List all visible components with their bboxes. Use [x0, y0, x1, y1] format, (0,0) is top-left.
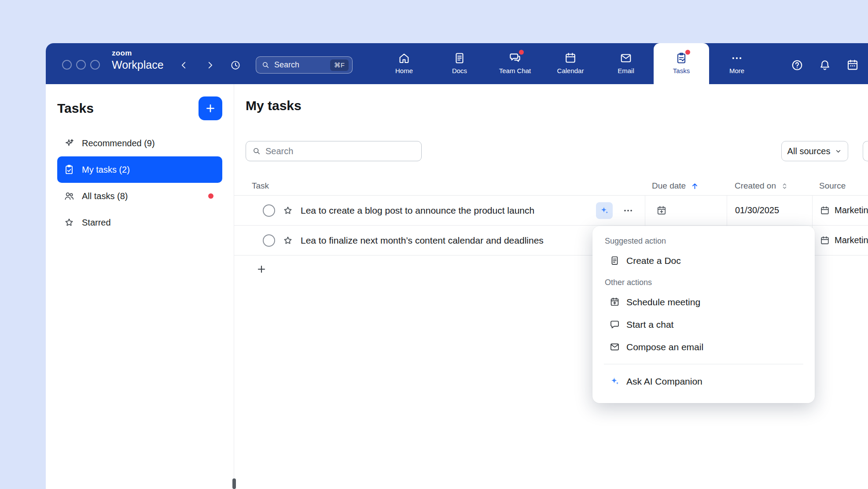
sidebar-scrollbar-thumb[interactable] [232, 478, 236, 489]
popup-section-label: Suggested action [605, 237, 803, 246]
chevron-left-icon [179, 60, 189, 70]
calendar-date-icon [846, 59, 859, 72]
popup-divider [604, 364, 803, 364]
calendar-plus-icon [609, 296, 620, 307]
due-date-cell[interactable] [645, 196, 727, 225]
sources-filter-dropdown[interactable]: All sources [781, 141, 848, 161]
task-title: Lea to create a blog post to announce th… [301, 205, 534, 216]
menu-item-compose-an-email[interactable]: Compose an email [604, 336, 803, 358]
sidebar-item-all-tasks[interactable]: All tasks (8) [57, 183, 222, 209]
menu-item-ask-ai-companion[interactable]: Ask AI Companion [604, 370, 803, 393]
star-task-button[interactable] [282, 205, 294, 216]
team-chat-icon [508, 52, 522, 65]
sparkles-icon [63, 137, 75, 149]
logo-workplace-text: Workplace [112, 59, 164, 71]
sidebar-menu: Recommended (9) My tasks (2) All tasks (… [57, 130, 222, 236]
history-button[interactable] [228, 58, 243, 73]
ai-sparkle-icon [599, 205, 610, 216]
task-complete-checkbox[interactable] [263, 234, 275, 247]
clipboard-check-icon [63, 164, 75, 175]
task-cell: Lea to create a blog post to announce th… [234, 196, 645, 225]
due-date-sort-ascending-icon[interactable] [690, 182, 699, 191]
page-title: My tasks [246, 98, 302, 113]
column-header-created-on[interactable]: Created on [727, 181, 812, 191]
more-ellipsis-icon [730, 52, 743, 65]
ai-companion-suggestions-button[interactable] [596, 202, 613, 219]
window-control-dot[interactable] [76, 60, 86, 70]
tasks-icon [675, 52, 688, 65]
sidebar-item-label: All tasks (8) [82, 191, 128, 201]
menu-item-schedule-meeting[interactable]: Schedule meeting [604, 291, 803, 313]
window-control-dot[interactable] [90, 60, 100, 70]
back-button[interactable] [177, 58, 191, 73]
plus-icon [204, 102, 217, 115]
sidebar-item-label: Recommended (9) [82, 138, 155, 148]
sidebar-item-label: Starred [82, 218, 111, 228]
sidebar-item-label: My tasks (2) [82, 165, 130, 175]
help-icon [791, 59, 804, 72]
column-header-task: Task [234, 181, 645, 191]
search-icon [261, 61, 270, 69]
star-icon [63, 217, 75, 228]
global-search-placeholder: Search [274, 60, 299, 70]
email-icon [619, 52, 633, 65]
window-controls [62, 60, 100, 70]
suggested-actions-popup: Suggested action Create a Doc Other acti… [592, 226, 815, 403]
window-control-dot[interactable] [62, 60, 72, 70]
tasks-sidebar: Tasks Recommended (9) [46, 84, 234, 489]
home-icon [397, 52, 411, 65]
my-tasks-panel: My tasks All sources Task [234, 84, 868, 489]
menu-item-create-a-doc[interactable]: Create a Doc [604, 249, 803, 272]
filter-button-partial[interactable] [863, 141, 868, 161]
star-task-button[interactable] [282, 235, 294, 246]
chevron-right-icon [205, 60, 215, 70]
zoom-workplace-window: zoom Workplace [46, 43, 868, 489]
bell-icon [818, 59, 831, 72]
doc-icon [609, 255, 620, 266]
forward-button[interactable] [202, 58, 217, 73]
tasks-search-field[interactable] [246, 141, 422, 161]
global-search[interactable]: Search ⌘F [256, 56, 353, 74]
nav-calendar[interactable]: Calendar [543, 43, 598, 84]
chevron-down-icon [835, 148, 842, 155]
nav-more[interactable]: More [709, 43, 765, 84]
window-body: Tasks Recommended (9) [46, 84, 868, 489]
source-label: Marketing [835, 235, 868, 245]
plus-icon [256, 263, 267, 275]
table-row[interactable]: Lea to create a blog post to announce th… [234, 196, 868, 226]
menu-item-start-a-chat[interactable]: Start a chat [604, 313, 803, 336]
top-header-bar: zoom Workplace [46, 43, 868, 84]
ai-companion-icon [609, 376, 620, 387]
column-header-source: Source [812, 181, 868, 191]
tasks-search-input[interactable] [265, 146, 415, 156]
help-button[interactable] [789, 57, 805, 73]
source-cell: Marketing [812, 226, 868, 255]
nav-home[interactable]: Home [376, 43, 432, 84]
add-task-button[interactable] [254, 262, 268, 276]
task-more-actions-button[interactable] [620, 202, 636, 219]
nav-docs[interactable]: Docs [432, 43, 487, 84]
source-calendar-icon [820, 235, 830, 246]
sidebar-header: Tasks [57, 96, 222, 120]
nav-tasks[interactable]: Tasks [654, 43, 709, 84]
sidebar-item-recommended[interactable]: Recommended (9) [57, 130, 222, 156]
nav-email[interactable]: Email [598, 43, 654, 84]
source-label: Marketing [835, 205, 868, 215]
history-clock-icon [229, 59, 242, 71]
notifications-button[interactable] [817, 57, 833, 73]
desktop-background: zoom Workplace [0, 0, 868, 489]
sidebar-item-my-tasks[interactable]: My tasks (2) [57, 156, 222, 183]
nav-team-chat[interactable]: Team Chat [487, 43, 543, 84]
schedule-panel-button[interactable] [845, 57, 861, 73]
column-header-due-date[interactable]: Due date [645, 181, 727, 191]
logo-zoom-text: zoom [112, 49, 164, 58]
table-header-row: Task Due date Created on Source [234, 177, 868, 196]
source-calendar-icon [820, 205, 830, 216]
created-on-sort-icon[interactable] [780, 182, 789, 190]
new-task-button[interactable] [199, 96, 222, 120]
task-complete-checkbox[interactable] [263, 204, 275, 217]
source-cell: Marketing [812, 196, 868, 225]
sidebar-item-starred[interactable]: Starred [57, 209, 222, 236]
all-tasks-notification-dot [208, 193, 213, 199]
docs-icon [453, 52, 466, 65]
